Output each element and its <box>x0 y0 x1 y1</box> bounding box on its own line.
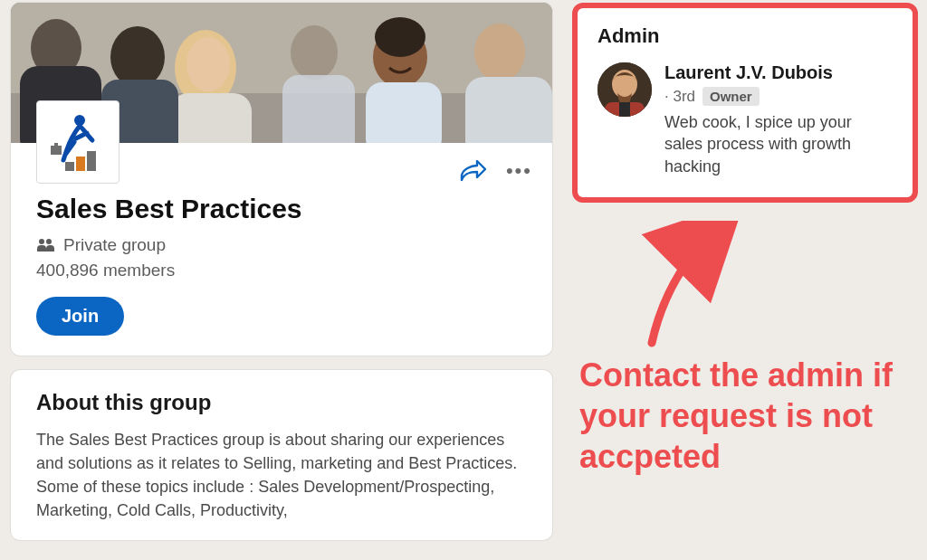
about-heading: About this group <box>36 390 527 415</box>
avatar[interactable] <box>597 62 652 117</box>
join-button[interactable]: Join <box>36 297 124 336</box>
svg-point-22 <box>39 239 44 244</box>
svg-point-9 <box>291 25 338 80</box>
svg-rect-18 <box>54 143 58 146</box>
more-options-icon[interactable]: ••• <box>506 161 532 181</box>
admin-heading: Admin <box>597 24 893 48</box>
svg-rect-20 <box>76 157 85 171</box>
svg-point-7 <box>110 26 165 88</box>
svg-rect-13 <box>366 82 442 143</box>
group-logo <box>36 100 119 184</box>
svg-point-5 <box>186 37 230 91</box>
admin-card: Admin Laurent J.V. Dubois · 3rd Owner <box>572 3 918 203</box>
svg-point-23 <box>46 239 52 244</box>
privacy-label: Private group <box>63 235 166 255</box>
svg-rect-15 <box>465 77 552 143</box>
annotation-arrow <box>634 221 742 347</box>
svg-rect-19 <box>65 162 74 171</box>
connection-degree: · 3rd <box>664 88 695 106</box>
svg-point-12 <box>375 17 425 57</box>
svg-rect-10 <box>282 75 355 143</box>
about-card: About this group The Sales Best Practice… <box>11 370 552 540</box>
group-title: Sales Best Practices <box>36 194 527 224</box>
annotation-text: Contact the admin if your request is not… <box>579 355 914 477</box>
svg-rect-21 <box>87 151 96 171</box>
svg-rect-6 <box>170 93 252 143</box>
admin-name[interactable]: Laurent J.V. Dubois <box>664 62 891 83</box>
people-icon <box>36 238 54 252</box>
share-icon[interactable] <box>459 160 486 182</box>
group-header-card: ••• Sales Best Practices Private group 4… <box>11 3 552 356</box>
owner-badge: Owner <box>702 87 760 106</box>
admin-bio: Web cook, I spice up your sales process … <box>664 111 891 177</box>
about-text: The Sales Best Practices group is about … <box>36 428 527 522</box>
svg-rect-17 <box>51 146 62 155</box>
group-privacy: Private group <box>36 235 527 255</box>
svg-point-14 <box>474 24 525 81</box>
members-count: 400,896 members <box>36 261 527 280</box>
